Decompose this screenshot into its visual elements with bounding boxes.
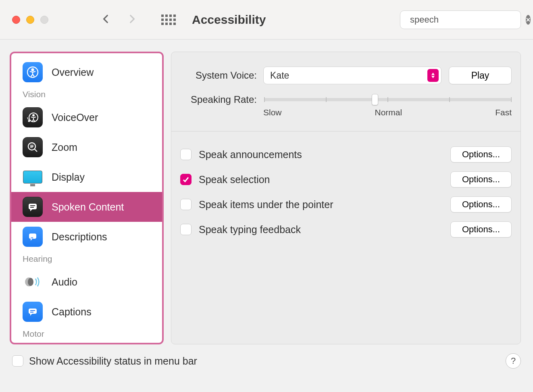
speak-selection-checkbox[interactable] [180, 174, 192, 185]
sidebar-section-vision: Vision [11, 87, 162, 102]
speak-pointer-checkbox[interactable] [180, 199, 192, 210]
window-title: Accessibility [192, 13, 266, 27]
system-voice-value: Kate [270, 70, 289, 81]
svg-rect-17 [30, 207, 34, 208]
sidebar-item-zoom[interactable]: Zoom [11, 132, 162, 162]
captions-icon [23, 302, 43, 322]
speak-announcements-options-button[interactable]: Options... [450, 146, 512, 163]
svg-rect-25 [30, 310, 35, 311]
sidebar-item-label: Display [52, 171, 85, 183]
sidebar-item-label: Captions [52, 306, 92, 318]
clear-search-button[interactable] [526, 15, 531, 25]
speak-selection-label: Speak selection [199, 174, 270, 186]
speak-typing-checkbox[interactable] [180, 224, 192, 235]
rate-slow-label: Slow [263, 108, 282, 117]
sidebar-item-descriptions[interactable]: ,, Descriptions [11, 222, 162, 252]
svg-rect-26 [30, 312, 33, 313]
footer: Show Accessibility status in menu bar ? [0, 349, 533, 369]
help-button[interactable]: ? [506, 353, 521, 369]
rate-normal-label: Normal [375, 108, 402, 117]
back-button[interactable] [101, 14, 111, 26]
system-voice-select[interactable]: Kate [263, 67, 441, 84]
sidebar-item-label: Spoken Content [52, 201, 124, 213]
select-stepper-icon [427, 69, 439, 82]
svg-marker-28 [431, 76, 435, 78]
speak-typing-label: Speak typing feedback [199, 224, 301, 236]
sidebar: Overview Vision VoiceOver Zoom Display [10, 52, 164, 344]
display-icon [23, 167, 43, 187]
svg-rect-16 [30, 205, 35, 206]
search-field-wrap[interactable] [400, 10, 521, 29]
sidebar-section-motor: Motor [11, 327, 162, 342]
svg-marker-24 [30, 313, 33, 316]
spoken-content-icon [23, 197, 43, 217]
speak-pointer-options-button[interactable]: Options... [450, 196, 512, 213]
svg-rect-23 [29, 309, 37, 314]
sidebar-section-hearing: Hearing [11, 252, 162, 267]
speaking-rate-label: Speaking Rate: [180, 93, 257, 105]
window-controls [12, 16, 48, 24]
minimize-window-button[interactable] [26, 16, 34, 24]
settings-panel: System Voice: Kate Play Speaking Rate: [171, 52, 521, 344]
rate-fast-label: Fast [495, 108, 512, 117]
close-window-button[interactable] [12, 16, 20, 24]
zoom-window-button[interactable] [40, 16, 48, 24]
sidebar-item-label: VoiceOver [52, 112, 98, 123]
speak-announcements-label: Speak announcements [199, 149, 302, 161]
sidebar-item-display[interactable]: Display [11, 162, 162, 192]
sidebar-item-label: Descriptions [52, 231, 107, 243]
speak-selection-options-button[interactable]: Options... [450, 171, 512, 188]
sidebar-item-label: Overview [52, 67, 94, 78]
zoom-icon [23, 137, 43, 157]
voiceover-icon [23, 107, 43, 127]
sidebar-item-label: Audio [52, 276, 77, 288]
descriptions-icon: ,, [23, 227, 43, 247]
slider-thumb[interactable] [372, 94, 378, 105]
show-status-menubar-checkbox[interactable] [12, 355, 23, 367]
audio-icon [23, 272, 43, 292]
svg-marker-27 [431, 73, 435, 75]
svg-text:,,: ,, [31, 234, 33, 239]
speak-pointer-label: Speak items under the pointer [199, 199, 333, 211]
titlebar: Accessibility [0, 0, 533, 40]
svg-point-8 [28, 120, 30, 122]
svg-marker-15 [30, 209, 33, 211]
forward-button[interactable] [127, 14, 137, 26]
sidebar-item-audio[interactable]: Audio [11, 267, 162, 297]
nav-arrows [101, 14, 137, 26]
play-button[interactable]: Play [449, 67, 512, 84]
speaking-rate-slider[interactable]: Slow Normal Fast [263, 93, 512, 117]
system-voice-label: System Voice: [180, 70, 257, 81]
divider [171, 131, 521, 131]
svg-point-7 [33, 115, 34, 116]
sidebar-item-label: Zoom [52, 142, 77, 153]
speak-typing-options-button[interactable]: Options... [450, 221, 512, 238]
svg-rect-14 [29, 204, 37, 209]
sidebar-item-overview[interactable]: Overview [11, 57, 162, 87]
search-input[interactable] [410, 15, 521, 25]
sidebar-item-voiceover[interactable]: VoiceOver [11, 102, 162, 132]
svg-point-5 [32, 69, 34, 71]
overview-icon [23, 62, 43, 82]
speak-announcements-checkbox[interactable] [180, 149, 192, 160]
sidebar-item-spoken-content[interactable]: Spoken Content [11, 192, 162, 222]
all-prefs-grid-button[interactable] [161, 15, 176, 25]
svg-point-22 [28, 278, 33, 286]
show-status-menubar-label: Show Accessibility status in menu bar [29, 355, 197, 367]
svg-line-10 [35, 149, 37, 152]
sidebar-item-captions[interactable]: Captions [11, 297, 162, 327]
